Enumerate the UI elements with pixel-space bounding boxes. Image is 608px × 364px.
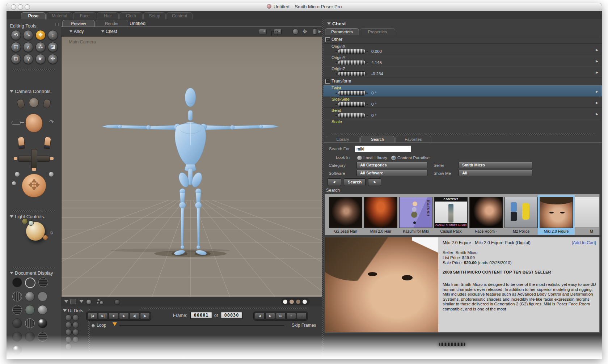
collapse-box-icon[interactable]: [325, 79, 330, 84]
document-display-label[interactable]: Document Display: [10, 270, 53, 276]
face-camera-head-icon[interactable]: [25, 114, 43, 132]
tab-search[interactable]: Search: [360, 136, 394, 143]
tracking-dots-icon[interactable]: [100, 301, 104, 305]
dropdown-triangle-icon[interactable]: [64, 300, 68, 303]
edit-keyframes-button[interactable]: ⚷: [276, 313, 286, 319]
param-value[interactable]: 4.145: [371, 60, 382, 65]
timeline-slider[interactable]: [119, 325, 284, 326]
dolly-left-hand-icon[interactable]: [14, 157, 17, 160]
tab-material[interactable]: Material: [46, 12, 72, 19]
param-menu-arrow[interactable]: ▶: [596, 101, 598, 105]
loop-toggle[interactable]: [91, 324, 95, 328]
tool-morph-icon[interactable]: ⁂: [35, 42, 46, 52]
title-bar[interactable]: Untitled – Smith Micro Poser Pro: [7, 3, 602, 11]
display-style-10-button[interactable]: [12, 318, 22, 328]
dial-increase-arrow[interactable]: ▸: [367, 72, 368, 76]
dial-decrease-arrow[interactable]: ◂: [335, 50, 337, 53]
previous-keyframe-button[interactable]: ◀: [255, 313, 265, 319]
tab-favorites[interactable]: Favorites: [395, 136, 431, 143]
tool-zoom-icon[interactable]: ⚲: [23, 54, 33, 64]
tool-twist-icon[interactable]: ∿: [23, 30, 33, 40]
go-first-button[interactable]: |◀: [88, 313, 97, 319]
dial-decrease-arrow[interactable]: ◂: [335, 102, 337, 106]
library-thumbnail[interactable]: M2 Police: [504, 197, 538, 233]
dolly-right-hand-icon[interactable]: [50, 157, 54, 160]
library-thumbnail[interactable]: G2 Jessi Hair: [329, 197, 362, 233]
tab-preview[interactable]: Preview: [62, 20, 95, 27]
library-thumbnail[interactable]: Miki 2.0 Figure: [540, 197, 573, 233]
3d-viewport[interactable]: Main Camera: [61, 36, 322, 297]
local-library-label[interactable]: Local Library: [363, 156, 387, 160]
display-style-9-button[interactable]: [38, 305, 47, 315]
tab-setup[interactable]: Setup: [143, 12, 166, 19]
thumbnail-image[interactable]: CONTENTCASUAL CLOTHES for MIKI: [434, 197, 468, 228]
go-last-button[interactable]: ▶|: [98, 313, 108, 319]
add-to-cart-link[interactable]: [Add to Cart]: [572, 240, 596, 245]
display-style-6-button[interactable]: [38, 292, 47, 301]
foreground-color-swatch[interactable]: [283, 299, 288, 304]
trackball-icon[interactable]: [292, 29, 299, 35]
dial-increase-arrow[interactable]: ▸: [367, 61, 368, 64]
tab-render[interactable]: Render: [96, 20, 128, 27]
display-style-5-button[interactable]: [25, 292, 35, 301]
camera-ball-icon[interactable]: [48, 172, 54, 177]
param-row-bend[interactable]: Bend◂▸0 °▶: [324, 108, 602, 119]
camera-name-label[interactable]: Main Camera: [69, 39, 96, 45]
tool-rotate-icon[interactable]: ⟲: [11, 30, 21, 40]
camera-dolly-cross-vertical-icon[interactable]: [31, 149, 37, 169]
param-value[interactable]: 0 °: [371, 113, 376, 118]
tab-face[interactable]: Face: [73, 12, 96, 19]
parameter-dial[interactable]: [338, 71, 366, 76]
left-hand-camera-icon[interactable]: [17, 136, 25, 149]
dial-decrease-arrow[interactable]: ◂: [335, 91, 337, 95]
camera-trackball[interactable]: ✥: [22, 174, 46, 198]
camera-ball-icon[interactable]: [14, 172, 20, 177]
param-menu-arrow[interactable]: ▶: [596, 59, 598, 63]
param-row-side-side[interactable]: Side-Side◂▸0 °▶: [324, 97, 602, 108]
next-keyframe-button[interactable]: ▶: [265, 313, 275, 319]
resize-handle[interactable]: [439, 343, 465, 346]
ui-dot-1[interactable]: [65, 314, 72, 321]
show-me-dropdown[interactable]: All: [459, 170, 532, 176]
create-light-icon[interactable]: ☼: [49, 229, 54, 235]
camera-controls-label[interactable]: Camera Controls.: [10, 89, 52, 94]
dial-increase-arrow[interactable]: ▸: [367, 91, 368, 95]
current-frame-field[interactable]: 00001: [190, 312, 212, 319]
param-row-twist[interactable]: Twist◂▸0 °▶: [324, 85, 602, 97]
content-paradise-label[interactable]: Content Paradise: [397, 156, 430, 160]
tracking-ball-icon[interactable]: [86, 299, 92, 305]
library-thumbnail[interactable]: Face Room -: [469, 197, 503, 233]
figure-selector[interactable]: Andy: [69, 29, 84, 34]
display-style-12-button[interactable]: [38, 318, 47, 328]
panel-divider[interactable]: [331, 133, 595, 135]
dial-decrease-arrow[interactable]: ◂: [335, 114, 337, 117]
tool-group-edit-icon[interactable]: ⊡: [11, 54, 21, 64]
display-style-8-button[interactable]: [25, 305, 35, 315]
tool-translate-icon[interactable]: ✥: [35, 30, 46, 40]
library-thumbnail[interactable]: KazumiKazumi for Miki: [399, 197, 432, 233]
tool-taper-icon[interactable]: ⊼: [23, 42, 33, 52]
step-back-button[interactable]: ◀|: [130, 313, 139, 319]
param-value[interactable]: -0.234: [371, 72, 383, 76]
tab-cloth[interactable]: Cloth: [119, 12, 143, 19]
dial-decrease-arrow[interactable]: ◂: [335, 72, 337, 76]
panel-corner-handle[interactable]: [55, 23, 59, 26]
panel-divider[interactable]: [12, 267, 55, 269]
dial-increase-arrow[interactable]: ▸: [367, 114, 368, 117]
panel-divider[interactable]: [12, 69, 55, 71]
param-value[interactable]: 0 °: [371, 91, 376, 95]
thumbnail-image[interactable]: [504, 197, 538, 228]
display-style-4-button[interactable]: [12, 292, 22, 301]
param-row-scale[interactable]: Scale◂▸▶: [324, 119, 602, 124]
param-row-originz[interactable]: OriginZ◂▸-0.234▶: [324, 66, 602, 77]
collapse-box-icon[interactable]: [325, 37, 330, 42]
param-menu-arrow[interactable]: ▶: [596, 71, 598, 74]
dial-increase-arrow[interactable]: ▸: [367, 50, 368, 53]
play-button[interactable]: ▶: [119, 313, 129, 319]
display-style-3-button[interactable]: [38, 278, 48, 287]
body-part-selector[interactable]: Chest: [101, 29, 117, 34]
parameter-dial[interactable]: [338, 102, 366, 107]
tab-library[interactable]: Library: [326, 136, 360, 143]
background-color-swatch[interactable]: [289, 299, 294, 304]
panel-divider[interactable]: [140, 308, 307, 309]
